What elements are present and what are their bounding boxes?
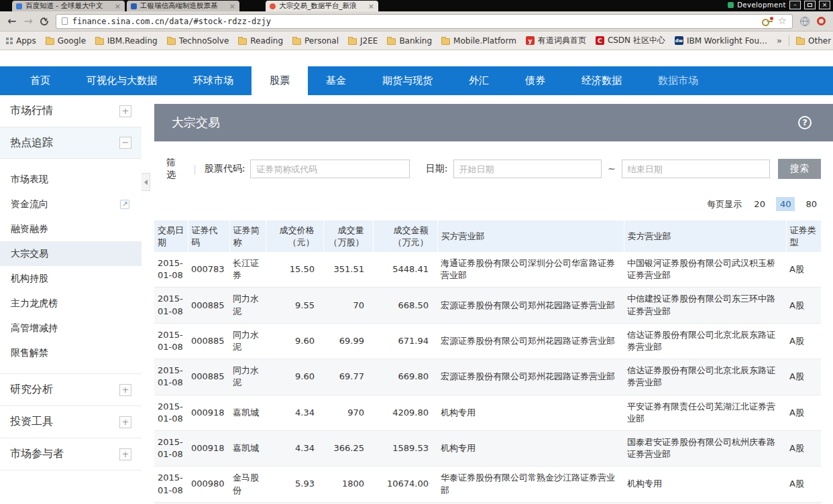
sidebar-section-header[interactable]: 热点追踪− <box>0 127 142 159</box>
disabled-plugin-key-icon[interactable] <box>762 17 773 25</box>
sidebar-section-header[interactable]: 市场行情+ <box>0 95 142 127</box>
sidebar-item[interactable]: 限售解禁 <box>0 340 142 365</box>
cell-buyer-branch: 宏源证券股份有限公司郑州花园路证券营业部 <box>437 359 624 395</box>
page-size-label: 每页显示 <box>707 198 742 210</box>
search-button[interactable]: 搜索 <box>778 159 821 179</box>
bookmarks-overflow-chevron[interactable]: » <box>777 36 782 46</box>
cell-amount: 5448.41 <box>373 252 437 288</box>
bookmark-item[interactable]: Google <box>46 36 86 46</box>
sidebar-item[interactable]: 高管增减持 <box>0 316 142 340</box>
sidebar-section-header[interactable]: 市场参与者+ <box>0 438 142 470</box>
bookmark-item[interactable]: IBM.Reading <box>95 36 158 46</box>
nav-item[interactable]: 数据市场 <box>640 66 716 95</box>
globe-extension-icon[interactable] <box>800 17 810 26</box>
column-header: 成交价格（元） <box>266 220 323 252</box>
cell-amount: 668.50 <box>373 288 437 323</box>
cell-volume: 1800 <box>323 466 373 502</box>
url-text[interactable]: finance.sina.com.cn/data/#stock-rdzz-dzj… <box>72 17 757 26</box>
sidebar-item[interactable]: 机构持股 <box>0 266 142 291</box>
sidebar-item-label: 市场表现 <box>11 174 48 186</box>
nav-item[interactable]: 股票 <box>252 66 308 95</box>
bookmark-item[interactable]: CCSDN 社区中心 <box>596 35 665 46</box>
cell-stock-code: 000783 <box>188 252 229 288</box>
bookmark-item[interactable]: Banking <box>387 36 432 46</box>
browser-tab[interactable]: 百度知道 - 全球最大中文× <box>12 1 125 11</box>
minimize-button[interactable]: – <box>789 1 801 9</box>
sidebar-toggle-button[interactable]: + <box>119 416 131 428</box>
cell-stock-name: 长江证券 <box>229 252 266 288</box>
sidebar-section-label: 研究分析 <box>10 383 53 397</box>
reload-button[interactable] <box>40 17 48 25</box>
sidebar-toggle-button[interactable]: + <box>119 105 131 117</box>
red-extension-icon[interactable] <box>817 17 826 25</box>
tab-close-icon[interactable]: × <box>115 3 121 10</box>
sidebar-item[interactable]: 大宗交易 <box>0 241 142 266</box>
cell-volume: 351.51 <box>323 252 373 288</box>
sidebar-section-label: 热点追踪 <box>10 136 53 150</box>
sidebar-section-header[interactable]: 投资工具+ <box>0 406 142 438</box>
page-size-option[interactable]: 20 <box>750 197 769 211</box>
start-date-input[interactable] <box>453 160 602 178</box>
browser-toolbar: ← → finance.sina.com.cn/data/#stock-rdzz… <box>0 11 833 32</box>
bookmark-label: Google <box>58 36 86 46</box>
back-button[interactable]: ← <box>7 16 16 27</box>
restore-button[interactable] <box>804 1 816 9</box>
bookmark-item[interactable]: Mobile.Platform <box>441 36 516 46</box>
nav-item[interactable]: 环球市场 <box>175 66 252 95</box>
browser-tab[interactable]: 工银瑞信高端制造股票基× <box>127 1 239 11</box>
sidebar-item[interactable]: 资金流向↗ <box>0 192 142 216</box>
sidebar-section-header[interactable]: 研究分析+ <box>0 374 142 405</box>
bookmark-item[interactable]: dwIBM Worklight Fou… <box>675 36 767 46</box>
nav-item[interactable]: 首页 <box>12 66 68 95</box>
other-bookmarks-label: Other book… <box>808 36 833 46</box>
sidebar-item[interactable]: 市场表现 <box>0 167 142 192</box>
bookmark-item[interactable]: Apps <box>6 36 36 46</box>
sidebar-section: 投资工具+ <box>0 406 142 438</box>
folder-icon <box>387 38 396 45</box>
other-bookmarks-folder[interactable]: Other book… <box>796 36 833 46</box>
nav-item[interactable]: 债券 <box>507 66 563 95</box>
sidebar-collapse-handle[interactable] <box>142 173 150 191</box>
bookmark-item[interactable]: Reading <box>238 36 283 46</box>
csdn-icon: C <box>596 36 604 45</box>
page-size-row: 每页显示 204080 <box>154 197 821 211</box>
bookmark-item[interactable]: TechnoSolve <box>167 36 229 46</box>
folder-icon <box>238 38 247 45</box>
bookmark-star-icon[interactable]: ☆ <box>778 16 787 26</box>
bookmark-item[interactable]: y有道词典首页 <box>526 35 586 46</box>
bookmarks-bar: AppsGoogleIBM.ReadingTechnoSolveReadingP… <box>0 32 833 50</box>
sidebar-toggle-button[interactable]: + <box>119 384 131 396</box>
bookmark-item[interactable]: J2EE <box>348 36 378 46</box>
sidebar-item[interactable]: 融资融券 <box>0 216 142 241</box>
sidebar-item-label: 融资融券 <box>11 223 48 235</box>
end-date-input[interactable] <box>622 160 770 178</box>
nav-item[interactable]: 可视化与大数据 <box>68 66 175 95</box>
browser-tab[interactable]: 大宗交易_数据平台_新浪× <box>266 1 378 11</box>
cell-stock-name: 同力水泥 <box>229 288 266 323</box>
cell-trade-date: 2015-01-08 <box>154 323 188 359</box>
cell-stock-code: 000885 <box>188 288 229 323</box>
sidebar-toggle-button[interactable]: + <box>119 448 131 460</box>
tab-favicon-icon <box>16 3 22 9</box>
filter-divider: | <box>193 164 197 174</box>
bookmark-label: Mobile.Platform <box>453 36 516 46</box>
stock-code-input[interactable] <box>250 160 409 178</box>
nav-item[interactable]: 经济数据 <box>563 66 640 95</box>
address-bar[interactable]: finance.sina.com.cn/data/#stock-rdzz-dzj… <box>56 14 793 29</box>
tab-close-icon[interactable]: × <box>229 3 235 10</box>
sidebar-item[interactable]: 主力龙虎榜 <box>0 291 142 316</box>
bookmark-item[interactable]: Personal <box>292 36 339 46</box>
nav-item[interactable]: 外汇 <box>451 66 507 95</box>
page-size-option[interactable]: 80 <box>801 197 821 211</box>
help-icon[interactable]: ? <box>798 116 812 129</box>
sidebar-section-label: 市场参与者 <box>10 447 64 461</box>
close-button[interactable]: × <box>819 1 830 9</box>
cell-stock-code: 000980 <box>188 466 229 502</box>
tab-close-icon[interactable]: × <box>368 3 374 10</box>
nav-item[interactable]: 期货与现货 <box>364 66 451 95</box>
forward-button[interactable]: → <box>23 16 32 27</box>
cell-volume: 366.25 <box>323 430 373 466</box>
page-size-option[interactable]: 40 <box>776 197 795 211</box>
nav-item[interactable]: 基金 <box>308 66 364 95</box>
sidebar-toggle-button[interactable]: − <box>119 137 131 149</box>
